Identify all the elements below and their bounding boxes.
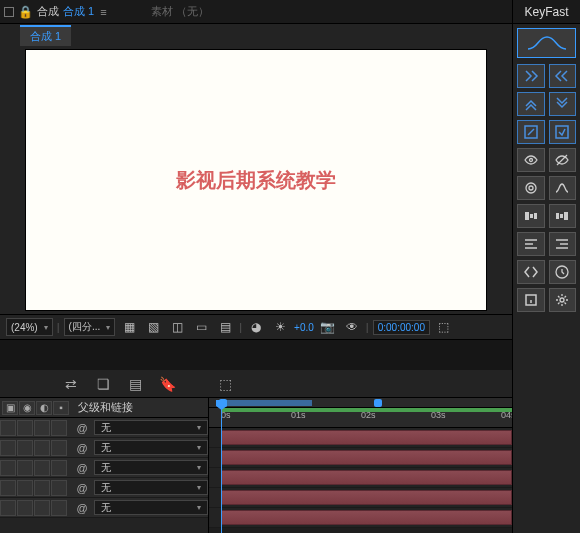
- layer-toggle-cell[interactable]: [51, 480, 67, 496]
- layer-toggle-cell[interactable]: [0, 440, 16, 456]
- exposure-icon[interactable]: ☀: [270, 318, 290, 336]
- keyfast-ease-button[interactable]: [517, 28, 576, 58]
- kf-edit2-icon[interactable]: [549, 120, 577, 144]
- region-icon[interactable]: ⬚: [434, 318, 454, 336]
- pickwhip-icon[interactable]: @: [74, 462, 90, 474]
- playhead[interactable]: [221, 408, 222, 533]
- layer-toggle-cell[interactable]: [51, 440, 67, 456]
- comp-subtab[interactable]: 合成 1: [20, 25, 71, 46]
- show-snapshot-icon[interactable]: 👁: [342, 318, 362, 336]
- layer-toggle-cell[interactable]: [17, 440, 33, 456]
- kf-next-left-icon[interactable]: [549, 64, 577, 88]
- layer-bar[interactable]: [221, 510, 512, 525]
- kf-graph-icon[interactable]: [549, 176, 577, 200]
- layer-row[interactable]: @无▾: [0, 438, 208, 458]
- kf-tag2-icon[interactable]: [549, 204, 577, 228]
- tool-layers-icon[interactable]: ❏: [94, 375, 112, 393]
- timeline-tracks-column: 0s01s02s03s04s05s: [209, 398, 512, 533]
- pickwhip-icon[interactable]: @: [74, 502, 90, 514]
- kf-next-right-icon[interactable]: [517, 64, 545, 88]
- track-row[interactable]: [209, 428, 512, 448]
- material-label[interactable]: 素材 （无）: [151, 4, 209, 19]
- layer-bar[interactable]: [221, 490, 512, 505]
- layer-toggle-cell[interactable]: [0, 480, 16, 496]
- parent-dropdown[interactable]: 无▾: [94, 500, 208, 515]
- layer-toggle-cell[interactable]: [34, 440, 50, 456]
- kf-tag1-icon[interactable]: [517, 204, 545, 228]
- layer-row[interactable]: @无▾: [0, 498, 208, 518]
- pickwhip-icon[interactable]: @: [74, 482, 90, 494]
- kf-up-icon[interactable]: [517, 92, 545, 116]
- tab-square-icon[interactable]: [4, 7, 14, 17]
- kf-down-icon[interactable]: [549, 92, 577, 116]
- kf-eye-off-icon[interactable]: [549, 148, 577, 172]
- tool-tag-icon[interactable]: 🔖: [158, 375, 176, 393]
- kf-expand-icon[interactable]: [517, 260, 545, 284]
- layer-toggle-cell[interactable]: [34, 500, 50, 516]
- lock-icon[interactable]: 🔒: [18, 5, 33, 19]
- pickwhip-icon[interactable]: @: [74, 422, 90, 434]
- timeline-navigator[interactable]: [209, 398, 512, 408]
- layer-row[interactable]: @无▾: [0, 418, 208, 438]
- tool-shy-icon[interactable]: ⇄: [62, 375, 80, 393]
- layer-row[interactable]: @无▾: [0, 478, 208, 498]
- col-video-icon[interactable]: ▣: [2, 401, 18, 415]
- snapshot-icon[interactable]: 📷: [318, 318, 338, 336]
- layer-toggle-cell[interactable]: [17, 480, 33, 496]
- quality-dropdown[interactable]: (四分...▾: [64, 318, 116, 336]
- channel-icon[interactable]: ▭: [191, 318, 211, 336]
- pickwhip-icon[interactable]: @: [74, 442, 90, 454]
- kf-target-icon[interactable]: [517, 176, 545, 200]
- layer-bar[interactable]: [221, 470, 512, 485]
- safe-zone-icon[interactable]: ◫: [167, 318, 187, 336]
- grid-icon[interactable]: ▦: [119, 318, 139, 336]
- layer-toggle-cell[interactable]: [17, 460, 33, 476]
- navigator-end-handle[interactable]: [374, 399, 382, 407]
- tool-stack-icon[interactable]: ▤: [126, 375, 144, 393]
- layer-toggle-cell[interactable]: [34, 420, 50, 436]
- kf-clock-icon[interactable]: [549, 260, 577, 284]
- color-icon[interactable]: ◕: [246, 318, 266, 336]
- track-row[interactable]: [209, 468, 512, 488]
- layer-bar[interactable]: [221, 450, 512, 465]
- layer-toggle-cell[interactable]: [34, 460, 50, 476]
- kf-align-right-icon[interactable]: [549, 232, 577, 256]
- tracks-area[interactable]: [209, 428, 512, 533]
- zoom-dropdown[interactable]: (24%)▾: [6, 318, 53, 336]
- col-lock-icon[interactable]: ▪: [53, 401, 69, 415]
- transparency-icon[interactable]: ▤: [215, 318, 235, 336]
- layer-toggle-cell[interactable]: [17, 500, 33, 516]
- track-row[interactable]: [209, 508, 512, 528]
- parent-dropdown[interactable]: 无▾: [94, 460, 208, 475]
- kf-info-icon[interactable]: [517, 288, 545, 312]
- parent-dropdown[interactable]: 无▾: [94, 440, 208, 455]
- layer-bar[interactable]: [221, 430, 512, 445]
- parent-dropdown[interactable]: 无▾: [94, 420, 208, 435]
- kf-align-left-icon[interactable]: [517, 232, 545, 256]
- parent-dropdown[interactable]: 无▾: [94, 480, 208, 495]
- layer-row[interactable]: @无▾: [0, 458, 208, 478]
- track-row[interactable]: [209, 448, 512, 468]
- comp-active-tab[interactable]: 合成 1: [63, 4, 94, 19]
- layer-toggle-cell[interactable]: [0, 500, 16, 516]
- timecode-display[interactable]: 0:00:00:00: [373, 320, 430, 335]
- col-solo-icon[interactable]: ◐: [36, 401, 52, 415]
- layer-toggle-cell[interactable]: [51, 420, 67, 436]
- layer-toggle-cell[interactable]: [17, 420, 33, 436]
- layer-toggle-cell[interactable]: [51, 460, 67, 476]
- kf-eye-icon[interactable]: [517, 148, 545, 172]
- layer-toggle-cell[interactable]: [0, 420, 16, 436]
- mask-icon[interactable]: ▧: [143, 318, 163, 336]
- col-audio-icon[interactable]: ◉: [19, 401, 35, 415]
- tool-marker-icon[interactable]: ⬚: [216, 375, 234, 393]
- track-row[interactable]: [209, 488, 512, 508]
- composition-canvas[interactable]: 影视后期系统教学: [26, 50, 486, 310]
- layer-toggle-cell[interactable]: [0, 460, 16, 476]
- panel-menu-icon[interactable]: ≡: [100, 6, 106, 18]
- layer-toggle-cell[interactable]: [51, 500, 67, 516]
- layer-toggle-cell[interactable]: [34, 480, 50, 496]
- time-ruler[interactable]: 0s01s02s03s04s05s: [209, 408, 512, 428]
- kf-edit-icon[interactable]: [517, 120, 545, 144]
- exposure-value[interactable]: +0.0: [294, 322, 314, 333]
- kf-settings-icon[interactable]: [549, 288, 577, 312]
